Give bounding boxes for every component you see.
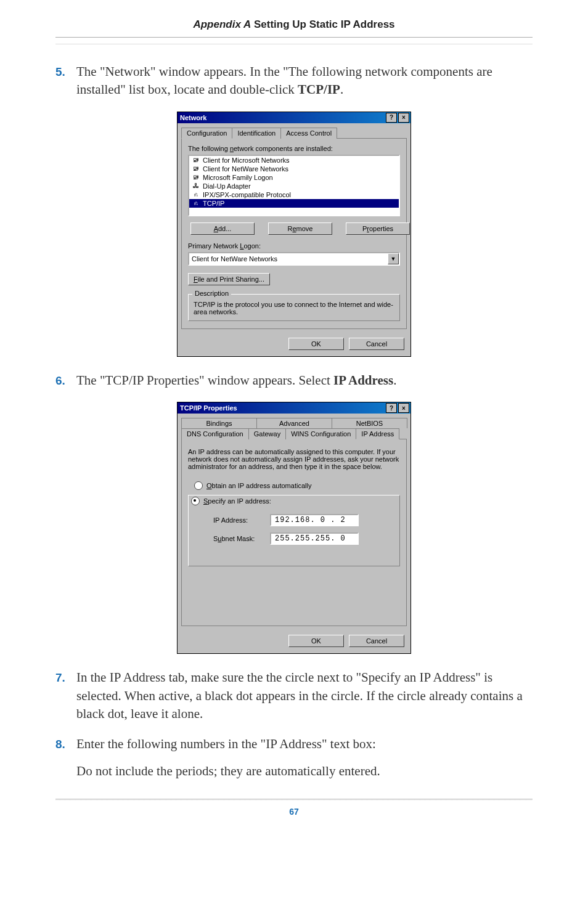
client-icon: 🖳 — [192, 165, 200, 173]
header-rule-2 — [55, 44, 533, 44]
tab-netbios[interactable]: NetBIOS — [332, 418, 407, 428]
tcpip-title: TCP/IP Properties — [180, 404, 385, 412]
primary-logon-label: Primary Network Logon: — [188, 242, 400, 250]
list-item[interactable]: 🖧Dial-Up Adapter — [189, 182, 399, 190]
cancel-button[interactable]: Cancel — [349, 635, 404, 647]
help-button[interactable]: ? — [386, 113, 397, 123]
protocol-icon: ⎌ — [192, 200, 200, 207]
tcpip-footer: OK Cancel — [178, 630, 410, 653]
tab-configuration[interactable]: Configuration — [181, 128, 232, 139]
ip-address-input[interactable]: 192.168. 0 . 2 — [270, 514, 359, 526]
step-7-number: 7. — [55, 669, 76, 723]
add-button[interactable]: Add... — [190, 222, 255, 235]
tab-advanced[interactable]: Advanced — [256, 418, 332, 428]
cancel-button[interactable]: Cancel — [349, 338, 404, 350]
list-item[interactable]: 🖳Client for NetWare Networks — [189, 165, 399, 173]
tcpip-tabs-row2: DNS Configuration Gateway WINS Configura… — [178, 428, 410, 439]
header-title: Setting Up Static IP Address — [251, 18, 394, 30]
ip-address-label: IP Address: — [213, 516, 261, 524]
close-button[interactable]: × — [398, 113, 409, 123]
client-icon: 🖳 — [192, 157, 200, 164]
components-listbox[interactable]: 🖳Client for Microsoft Networks 🖳Client f… — [188, 155, 400, 216]
radio-obtain-auto[interactable]: Obtain an IP address automatically — [194, 481, 400, 490]
list-item[interactable]: ⎌IPX/SPX-compatible Protocol — [189, 190, 399, 199]
file-print-sharing-button[interactable]: File and Print Sharing... — [188, 273, 270, 285]
step-6: 6. The "TCP/IP Properties" window appear… — [55, 372, 533, 389]
page-number: 67 — [55, 801, 533, 828]
help-button[interactable]: ? — [386, 403, 397, 413]
tcpip-tab-body: An IP address can be automatically assig… — [181, 439, 407, 626]
subnet-mask-input[interactable]: 255.255.255. 0 — [270, 532, 359, 545]
network-tabs: Configuration Identification Access Cont… — [178, 123, 410, 138]
specify-group: Specify an IP address: IP Address: 192.1… — [188, 495, 400, 566]
protocol-icon: ⎌ — [192, 191, 200, 198]
step-6-number: 6. — [55, 372, 76, 389]
tcpip-dialog: TCP/IP Properties ? × Bindings Advanced … — [177, 402, 411, 654]
subnet-mask-label: Subnet Mask: — [213, 535, 261, 542]
tcpip-tabs-row1: Bindings Advanced NetBIOS — [178, 414, 410, 428]
network-titlebar[interactable]: Network ? × — [178, 112, 410, 123]
description-text: TCP/IP is the protocol you use to connec… — [194, 301, 394, 316]
close-button[interactable]: × — [398, 403, 409, 413]
tab-bindings[interactable]: Bindings — [181, 418, 257, 428]
components-buttons: Add... Remove Properties — [188, 222, 400, 235]
tab-ip-address[interactable]: IP Address — [356, 428, 399, 439]
radio-icon-selected — [191, 497, 200, 505]
step-7: 7. In the IP Address tab, make sure the … — [55, 669, 533, 723]
tcpip-intro: An IP address can be automatically assig… — [188, 448, 400, 470]
radio-specify[interactable]: Specify an IP address: — [191, 497, 274, 505]
network-title: Network — [180, 114, 385, 121]
primary-logon-value: Client for NetWare Networks — [189, 255, 388, 263]
tab-identification[interactable]: Identification — [232, 128, 281, 139]
step-7-text: In the IP Address tab, make sure the the… — [76, 669, 533, 723]
step-8: 8. Enter the following numbers in the "I… — [55, 735, 533, 780]
ok-button[interactable]: OK — [288, 635, 344, 647]
list-item[interactable]: 🖳Client for Microsoft Networks — [189, 156, 399, 165]
ok-button[interactable]: OK — [288, 338, 344, 350]
adapter-icon: 🖧 — [192, 182, 200, 190]
network-footer: OK Cancel — [178, 333, 410, 356]
chevron-down-icon[interactable]: ▼ — [388, 253, 399, 264]
step-8-text: Enter the following numbers in the "IP A… — [76, 735, 533, 780]
appendix-label: Appendix A — [193, 18, 251, 30]
tcpip-titlebar[interactable]: TCP/IP Properties ? × — [178, 402, 410, 414]
tab-access-control[interactable]: Access Control — [280, 128, 337, 139]
header-rule — [55, 37, 533, 38]
step-6-text: The "TCP/IP Properties" window appears. … — [76, 372, 533, 389]
network-dialog: Network ? × Configuration Identification… — [177, 112, 411, 357]
step-8-number: 8. — [55, 735, 76, 780]
page-header: Appendix A Setting Up Static IP Address — [55, 18, 533, 37]
properties-button[interactable]: Properties — [346, 222, 410, 235]
step-5-text: The "Network" window appears. In the "Th… — [76, 63, 533, 99]
ip-address-row: IP Address: 192.168. 0 . 2 — [213, 514, 394, 526]
description-group: Description TCP/IP is the protocol you u… — [188, 294, 400, 321]
primary-logon-combo[interactable]: Client for NetWare Networks ▼ — [188, 252, 400, 266]
remove-button[interactable]: Remove — [268, 222, 332, 235]
tab-wins[interactable]: WINS Configuration — [285, 428, 356, 439]
step-5: 5. The "Network" window appears. In the … — [55, 63, 533, 99]
manual-page: Appendix A Setting Up Static IP Address … — [0, 0, 588, 840]
network-tab-body: The following network components are ins… — [181, 138, 407, 329]
tab-gateway[interactable]: Gateway — [248, 428, 286, 439]
description-legend: Description — [192, 290, 231, 297]
list-item-selected[interactable]: ⎌TCP/IP — [189, 199, 399, 208]
list-item[interactable]: 🖳Microsoft Family Logon — [189, 173, 399, 182]
step-5-number: 5. — [55, 63, 76, 99]
components-label: The following network components are ins… — [188, 145, 400, 152]
radio-icon — [194, 481, 203, 490]
subnet-mask-row: Subnet Mask: 255.255.255. 0 — [213, 532, 394, 545]
client-icon: 🖳 — [192, 174, 200, 181]
tab-dns[interactable]: DNS Configuration — [181, 428, 249, 439]
